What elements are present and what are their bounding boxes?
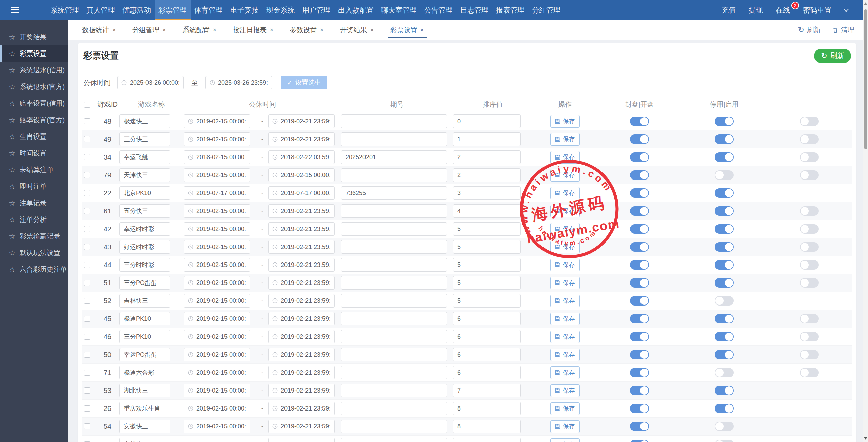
sidebar-item[interactable]: ☆ 系统退水(官方) bbox=[0, 79, 68, 95]
row-checkbox[interactable] bbox=[84, 316, 90, 322]
start-time-input[interactable] bbox=[184, 204, 250, 218]
row-checkbox[interactable] bbox=[84, 334, 90, 340]
withdraw-button[interactable]: 提现 bbox=[742, 0, 769, 20]
end-time-input[interactable] bbox=[268, 150, 335, 164]
game-name-input[interactable] bbox=[119, 276, 170, 290]
sidebar-item[interactable]: ☆ 未结算注单 bbox=[0, 162, 68, 178]
extra-toggle[interactable] bbox=[800, 314, 819, 323]
row-checkbox[interactable] bbox=[84, 136, 90, 142]
sort-input[interactable] bbox=[453, 384, 521, 397]
end-time-input[interactable] bbox=[268, 312, 335, 325]
game-name-input[interactable] bbox=[119, 204, 170, 218]
top-nav-item[interactable]: 系统管理 bbox=[47, 0, 83, 20]
apply-selected-button[interactable]: ✓ 设置选中 bbox=[281, 76, 327, 89]
save-button[interactable]: 保存 bbox=[550, 420, 580, 433]
extra-toggle[interactable] bbox=[800, 134, 819, 144]
extra-toggle[interactable] bbox=[800, 224, 819, 234]
seal-open-toggle[interactable] bbox=[630, 332, 649, 341]
seal-open-toggle[interactable] bbox=[630, 440, 649, 442]
row-checkbox[interactable] bbox=[84, 190, 90, 196]
seal-open-toggle[interactable] bbox=[630, 314, 649, 323]
row-checkbox[interactable] bbox=[84, 226, 90, 232]
save-button[interactable]: 保存 bbox=[550, 366, 580, 379]
end-time-input[interactable] bbox=[268, 384, 335, 397]
end-time-input[interactable] bbox=[268, 402, 335, 415]
top-nav-item[interactable]: 日志管理 bbox=[456, 0, 492, 20]
tab-item[interactable]: 开奖结果 × bbox=[340, 20, 374, 40]
game-name-input[interactable] bbox=[119, 384, 170, 397]
game-name-input[interactable] bbox=[119, 366, 170, 379]
sort-input[interactable] bbox=[453, 150, 521, 164]
seal-open-toggle[interactable] bbox=[630, 260, 649, 270]
issue-input[interactable] bbox=[341, 420, 447, 433]
game-name-input[interactable] bbox=[119, 330, 170, 343]
sidebar-item[interactable]: ☆ 系统退水(信用) bbox=[0, 62, 68, 79]
issue-input[interactable] bbox=[341, 150, 447, 164]
save-button[interactable]: 保存 bbox=[550, 187, 580, 199]
row-checkbox[interactable] bbox=[84, 262, 90, 268]
save-button[interactable]: 保存 bbox=[550, 223, 580, 235]
issue-input[interactable] bbox=[341, 294, 447, 308]
extra-toggle[interactable] bbox=[800, 170, 819, 180]
seal-open-toggle[interactable] bbox=[630, 386, 649, 395]
disable-enable-toggle[interactable] bbox=[715, 314, 734, 323]
save-button[interactable]: 保存 bbox=[550, 295, 580, 307]
close-icon[interactable]: × bbox=[112, 26, 116, 34]
sort-input[interactable] bbox=[453, 132, 521, 146]
seal-open-toggle[interactable] bbox=[630, 170, 649, 180]
game-name-input[interactable] bbox=[119, 150, 170, 164]
save-button[interactable]: 保存 bbox=[550, 151, 580, 164]
close-icon[interactable]: × bbox=[162, 26, 166, 34]
start-time-input[interactable] bbox=[184, 132, 250, 146]
seal-open-toggle[interactable] bbox=[630, 296, 649, 306]
end-time-input[interactable] bbox=[268, 168, 335, 182]
top-nav-item[interactable]: 公告管理 bbox=[420, 0, 456, 20]
sort-input[interactable] bbox=[453, 420, 521, 433]
save-button[interactable]: 保存 bbox=[550, 313, 580, 325]
game-name-input[interactable] bbox=[119, 312, 170, 325]
start-time-input[interactable] bbox=[184, 402, 250, 415]
disable-enable-toggle[interactable] bbox=[715, 422, 734, 431]
end-time-input[interactable] bbox=[268, 222, 335, 236]
filter-start-time-value[interactable] bbox=[130, 79, 180, 86]
scroll-up-arrow-icon[interactable] bbox=[864, 2, 867, 5]
sidebar-item[interactable]: ☆ 注单记录 bbox=[0, 195, 68, 211]
game-name-input[interactable] bbox=[119, 114, 170, 128]
seal-open-toggle[interactable] bbox=[630, 152, 649, 162]
sort-input[interactable] bbox=[453, 114, 521, 128]
extra-toggle[interactable] bbox=[800, 242, 819, 252]
disable-enable-toggle[interactable] bbox=[715, 386, 734, 395]
end-time-input[interactable] bbox=[268, 132, 335, 146]
top-nav-item[interactable]: 分红管理 bbox=[528, 0, 564, 20]
row-checkbox[interactable] bbox=[84, 370, 90, 376]
issue-input[interactable] bbox=[341, 204, 447, 218]
sidebar-item[interactable]: ☆ 赔率设置(官方) bbox=[0, 112, 68, 128]
end-time-input[interactable] bbox=[268, 240, 335, 254]
sort-input[interactable] bbox=[453, 312, 521, 325]
row-checkbox[interactable] bbox=[84, 244, 90, 250]
row-checkbox[interactable] bbox=[84, 208, 90, 214]
start-time-input[interactable] bbox=[184, 150, 250, 164]
disable-enable-toggle[interactable] bbox=[715, 170, 734, 180]
disable-enable-toggle[interactable] bbox=[715, 206, 734, 216]
sort-input[interactable] bbox=[453, 366, 521, 379]
sort-input[interactable] bbox=[453, 222, 521, 236]
issue-input[interactable] bbox=[341, 168, 447, 182]
seal-open-toggle[interactable] bbox=[630, 117, 649, 126]
top-nav-item[interactable]: 用户管理 bbox=[298, 0, 334, 20]
recharge-button[interactable]: 充值 bbox=[715, 0, 742, 20]
seal-open-toggle[interactable] bbox=[630, 242, 649, 252]
seal-open-toggle[interactable] bbox=[630, 278, 649, 288]
end-time-input[interactable] bbox=[268, 114, 335, 128]
seal-open-toggle[interactable] bbox=[630, 224, 649, 234]
game-name-input[interactable] bbox=[119, 402, 170, 415]
close-icon[interactable]: × bbox=[320, 26, 323, 34]
end-time-input[interactable] bbox=[268, 186, 335, 200]
row-checkbox[interactable] bbox=[84, 172, 90, 178]
start-time-input[interactable] bbox=[184, 186, 250, 200]
sort-input[interactable] bbox=[453, 186, 521, 200]
end-time-input[interactable] bbox=[268, 420, 335, 433]
end-time-input[interactable] bbox=[268, 258, 335, 272]
top-nav-item[interactable]: 出入款配置 bbox=[334, 0, 377, 20]
disable-enable-toggle[interactable] bbox=[715, 404, 734, 413]
